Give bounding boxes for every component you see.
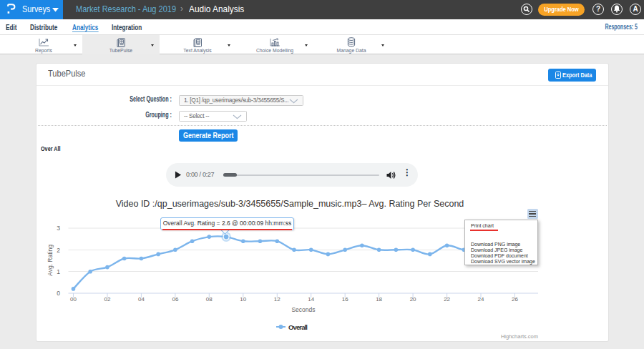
svg-text:02: 02 <box>104 296 111 303</box>
svg-text:08: 08 <box>206 296 213 303</box>
svg-text:1: 1 <box>57 268 60 275</box>
svg-text:18: 18 <box>376 296 382 303</box>
svg-text:26: 26 <box>512 296 518 303</box>
svg-text:22: 22 <box>444 296 450 303</box>
svg-text:10: 10 <box>240 296 246 303</box>
svg-text:Avg. Rating: Avg. Rating <box>47 245 54 276</box>
svg-text:06: 06 <box>172 296 178 303</box>
svg-text:14: 14 <box>308 296 314 303</box>
svg-text:04: 04 <box>138 296 145 303</box>
svg-text:Highcharts.com: Highcharts.com <box>501 333 538 340</box>
svg-text:24: 24 <box>478 296 484 303</box>
svg-text:16: 16 <box>342 296 348 303</box>
svg-text:3: 3 <box>57 225 60 232</box>
svg-text:2: 2 <box>57 247 60 254</box>
svg-text:20: 20 <box>410 296 416 303</box>
svg-text:0: 0 <box>57 290 60 297</box>
svg-text:Video ID :/qp_userimages/sub-3: Video ID :/qp_userimages/sub-3/3455655/S… <box>116 199 464 209</box>
svg-text:Seconds: Seconds <box>291 306 315 313</box>
svg-text:Overall: Overall <box>288 323 308 331</box>
svg-text:00: 00 <box>70 296 77 303</box>
svg-text:12: 12 <box>274 296 280 303</box>
